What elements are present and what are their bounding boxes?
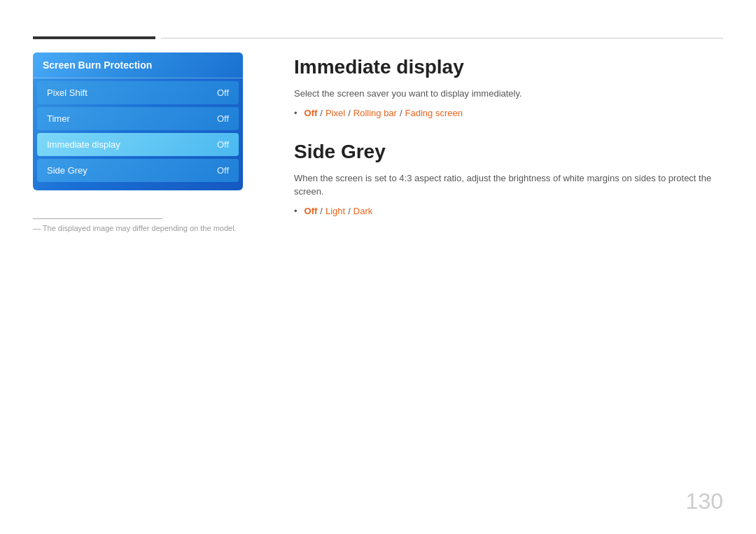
menu-item-pixel-shift-label: Pixel Shift [47,87,88,98]
menu-item-pixel-shift-value: Off [217,87,229,98]
footnote-line [33,218,162,219]
immediate-opt-rolling: Rolling bar [354,108,397,118]
section-immediate-display: Immediate display Select the screen save… [294,56,728,118]
menu-item-immediate-display[interactable]: Immediate display Off [37,133,239,156]
side-grey-options: • Off / Light / Dark [294,206,728,216]
immediate-opt-fading: Fading screen [405,108,463,118]
menu-item-side-grey[interactable]: Side Grey Off [37,159,239,182]
side-grey-title: Side Grey [294,141,728,163]
footnote-text: ― The displayed image may differ dependi… [33,224,237,232]
sep5: / [348,206,351,216]
menu-item-side-grey-label: Side Grey [47,165,88,176]
immediate-display-options: • Off / Pixel / Rolling bar / Fading scr… [294,108,728,118]
panel-title: Screen Burn Protection [33,52,243,78]
menu-item-pixel-shift[interactable]: Pixel Shift Off [37,81,239,104]
page-number: 130 [686,489,723,514]
top-line-dark [33,36,155,39]
menu-item-immediate-display-label: Immediate display [47,139,120,150]
immediate-opt-off: Off [304,108,318,118]
content-area: Immediate display Select the screen save… [294,56,728,225]
sep2: / [348,108,351,118]
sep1: / [320,108,323,118]
bullet-1: • [294,108,298,118]
sep3: / [400,108,402,118]
side-grey-opt-off: Off [304,206,318,216]
menu-item-timer-value: Off [217,113,229,124]
side-grey-desc: When the screen is set to 4:3 aspect rat… [294,171,728,199]
screen-burn-protection-panel: Screen Burn Protection Pixel Shift Off T… [33,52,243,190]
menu-item-timer[interactable]: Timer Off [37,107,239,130]
immediate-opt-pixel: Pixel [326,108,345,118]
side-grey-opt-dark: Dark [354,206,372,216]
menu-item-immediate-display-value: Off [217,139,229,150]
top-line-light [161,38,723,38]
bullet-2: • [294,206,298,216]
sep4: / [320,206,323,216]
immediate-display-desc: Select the screen saver you want to disp… [294,87,728,101]
immediate-display-title: Immediate display [294,56,728,78]
section-side-grey: Side Grey When the screen is set to 4:3 … [294,141,728,216]
side-grey-opt-light: Light [326,206,345,216]
menu-item-side-grey-value: Off [217,165,229,176]
menu-item-timer-label: Timer [47,113,70,124]
